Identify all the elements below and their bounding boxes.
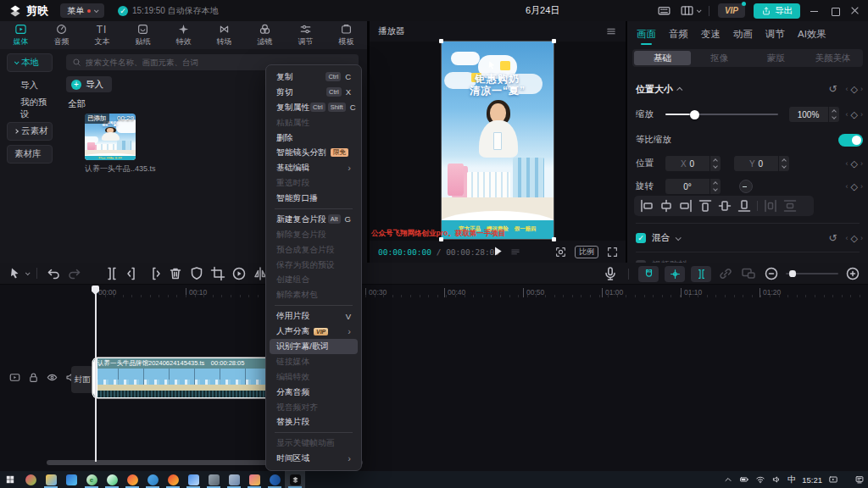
menu-button[interactable]: 菜单 <box>60 3 104 18</box>
fullscreen-icon[interactable] <box>606 246 619 258</box>
linkage-toggle[interactable] <box>665 266 685 282</box>
ratio-button[interactable]: 比例 <box>575 246 598 258</box>
rotate-knob[interactable] <box>739 180 753 193</box>
sidebar-item-cloud-materials[interactable]: 云素材 <box>7 122 53 141</box>
inspector-tab-adjust[interactable]: 调节 <box>765 25 786 43</box>
maximize-button[interactable] <box>829 5 841 17</box>
scale-stepper[interactable] <box>829 107 839 122</box>
preview-split-toggle[interactable] <box>691 266 711 282</box>
resize-handle[interactable] <box>439 237 443 241</box>
minimize-button[interactable] <box>809 5 821 17</box>
menu-item-copy[interactable]: 复制CtrlC <box>270 69 358 85</box>
menu-item-precompose-compound-clip[interactable]: 预合成复合片段 <box>270 242 358 258</box>
tab-sticker[interactable]: 贴纸 <box>122 21 163 49</box>
split-icon[interactable] <box>103 265 120 282</box>
frame-focus-icon[interactable] <box>554 246 567 258</box>
timeline-zoom-in-icon[interactable] <box>844 265 861 282</box>
tab-adjust[interactable]: 调节 <box>285 21 326 49</box>
keyframe-control[interactable]: ‹◇› <box>846 181 863 192</box>
position-x-stepper[interactable] <box>710 156 721 171</box>
notification-center-icon[interactable] <box>854 474 865 485</box>
taskbar-screen-recorder[interactable] <box>203 471 224 488</box>
slider-thumb[interactable] <box>690 110 699 119</box>
taskbar-browser-green[interactable]: e <box>81 471 102 488</box>
undo-icon[interactable] <box>45 265 62 282</box>
tab-media[interactable]: 媒体 <box>0 21 41 49</box>
menu-item-separate-audio[interactable]: 分离音频 <box>270 385 358 400</box>
battery-icon[interactable] <box>739 474 749 485</box>
inspector-tab-ai-effects[interactable]: AI效果 <box>797 25 827 43</box>
keyframe-control[interactable]: ‹◇› <box>846 158 863 169</box>
export-button[interactable]: 导出 <box>754 3 800 19</box>
crop-icon[interactable] <box>209 265 226 282</box>
position-x-box[interactable]: X0 <box>665 156 709 171</box>
redo-icon[interactable] <box>66 265 83 282</box>
align-right-icon[interactable] <box>677 197 694 214</box>
ime-indicator[interactable]: 中 <box>787 474 796 485</box>
taskbar-browser-pink[interactable] <box>20 471 41 488</box>
slider-thumb[interactable] <box>789 270 796 277</box>
align-center-h-icon[interactable] <box>658 197 675 214</box>
inspector-tab-animation[interactable]: 动画 <box>732 25 754 43</box>
vip-badge[interactable]: VIP <box>718 3 745 18</box>
split-right-icon[interactable] <box>146 265 163 282</box>
menu-item-av-align[interactable]: 视音频对齐 <box>270 400 358 415</box>
menu-item-disable-clip[interactable]: 停用片段V <box>270 308 358 324</box>
inspector-subtab-cutout[interactable]: 抠像 <box>691 51 748 65</box>
cover-button[interactable]: 封面 <box>71 366 93 393</box>
uniform-scale-toggle[interactable] <box>838 134 863 147</box>
tab-filter[interactable]: 滤镜 <box>244 21 285 49</box>
menu-item-save-as-my-preset[interactable]: 保存为我的预设 <box>270 258 358 273</box>
taskbar-media-player[interactable] <box>264 471 285 488</box>
menu-item-link-media[interactable]: 链接媒体 <box>270 354 358 369</box>
scale-value-box[interactable]: 100% <box>789 107 828 122</box>
select-tool-icon[interactable] <box>7 265 24 282</box>
menu-item-replace-clip[interactable]: 替换片段 <box>270 415 358 430</box>
keyframe-control[interactable]: ‹◇› <box>846 109 863 120</box>
layout-switcher[interactable] <box>680 3 700 18</box>
align-top-icon[interactable] <box>697 197 714 214</box>
quality-icon[interactable] <box>509 246 521 258</box>
blend-checkbox[interactable]: ✓ <box>636 233 646 243</box>
taskbar-browser-rainbow[interactable] <box>122 471 142 488</box>
tab-audio[interactable]: 音频 <box>41 21 81 49</box>
distribute-h-icon[interactable] <box>762 197 779 214</box>
record-voiceover-icon[interactable] <box>602 265 619 282</box>
tab-effects[interactable]: 特效 <box>163 21 203 49</box>
filter-all-tab[interactable]: 全部 <box>68 98 86 110</box>
shortcut-keyboard-icon[interactable] <box>657 3 671 18</box>
tab-template[interactable]: 模板 <box>326 21 366 49</box>
menu-item-edit-effect[interactable]: 编辑特效 <box>270 369 358 385</box>
sidebar-item-import[interactable]: 导入 <box>7 76 53 95</box>
timeline-zoom-slider[interactable] <box>786 273 838 274</box>
inspector-tab-picture[interactable]: 画面 <box>636 25 657 43</box>
menu-item-copy-attributes[interactable]: 复制属性CtrlShiftC <box>270 100 358 115</box>
keyframe-control[interactable]: ‹◇› <box>846 233 863 244</box>
tray-expand-icon[interactable] <box>723 474 733 485</box>
menu-item-vocal-separation[interactable]: 人声分离VIP› <box>270 324 358 339</box>
chevron-down-icon[interactable] <box>676 235 682 241</box>
taskbar-jianying-app[interactable] <box>285 471 305 488</box>
tray-video-icon[interactable] <box>828 474 838 485</box>
taskbar-chat-app[interactable] <box>102 471 122 488</box>
sidebar-item-my-presets[interactable]: 我的预设 <box>7 99 53 118</box>
media-clip-card[interactable]: 钜惠购奶 清凉一“夏” 官方正品 赠运费险 假一赔四 已添加 00:29 <box>85 114 136 160</box>
speed-icon[interactable] <box>231 265 248 282</box>
menu-item-show-keyframe-animation[interactable]: 显示关键帧动画 <box>270 435 358 451</box>
menu-item-paste-attributes[interactable]: 粘贴属性 <box>270 115 358 130</box>
hide-track-icon[interactable] <box>46 371 58 384</box>
taskbar-telegram[interactable] <box>142 471 163 488</box>
taskbar-box-3d[interactable] <box>224 471 244 488</box>
menu-item-time-region[interactable]: 时间区域› <box>270 451 358 466</box>
resize-handle[interactable] <box>552 237 556 241</box>
distribute-v-icon[interactable] <box>782 197 798 214</box>
taskbar-chrome[interactable] <box>163 471 183 488</box>
timeline-zoom-out-icon[interactable] <box>763 265 780 282</box>
lock-track-icon[interactable] <box>27 371 40 384</box>
play-button[interactable] <box>491 244 505 258</box>
rotate-value-box[interactable]: 0° <box>665 179 709 194</box>
tab-transition[interactable]: 转场 <box>203 21 244 49</box>
sidebar-item-local[interactable]: 本地 <box>7 53 53 72</box>
menu-item-cancel-compound-clip[interactable]: 解除复合片段 <box>270 227 358 242</box>
menu-item-new-compound-clip[interactable]: 新建复合片段AltG <box>270 212 358 227</box>
